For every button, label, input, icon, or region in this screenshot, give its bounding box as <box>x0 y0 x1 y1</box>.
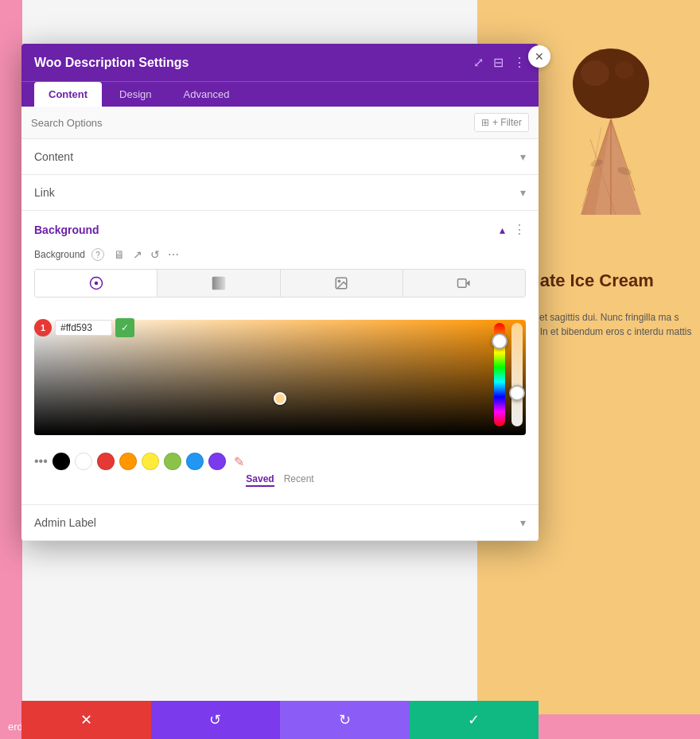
hex-color-input[interactable] <box>55 320 112 336</box>
color-picker: 1 ✓ <box>34 320 526 435</box>
content-section-label: Content <box>34 150 73 163</box>
split-icon[interactable]: ⊟ <box>493 55 504 70</box>
background-chevron-icon: ▴ <box>500 224 505 236</box>
admin-label-section-label: Admin Label <box>34 516 96 529</box>
bg-tab-color[interactable] <box>35 270 158 297</box>
swatch-eraser[interactable]: ✎ <box>231 453 248 470</box>
undo-icon: ↺ <box>209 711 221 729</box>
background-section-label: Background <box>34 224 99 236</box>
link-accordion: Link ▾ <box>21 175 539 211</box>
undo-button[interactable]: ↺ <box>151 701 281 739</box>
confirm-icon: ✓ <box>468 711 480 729</box>
svg-point-2 <box>615 61 634 79</box>
background-label: Background <box>34 249 85 260</box>
background-label-row: Background ? 🖥 ↗ ↺ ⋯ <box>34 248 526 261</box>
swatch-black[interactable] <box>52 453 70 470</box>
redo-icon: ↻ <box>339 711 351 729</box>
modal-header: Woo Description Settings ⤢ ⊟ ⋮ <box>21 44 539 81</box>
search-bar: ⊞ + Filter <box>21 107 539 139</box>
action-bar: ✕ ↺ ↻ ✓ <box>21 701 539 739</box>
product-image <box>549 16 684 247</box>
swatch-orange[interactable] <box>119 453 137 470</box>
bg-desktop-icon[interactable]: 🖥 <box>114 248 125 261</box>
svg-point-1 <box>581 60 609 86</box>
background-help-icon[interactable]: ? <box>91 248 104 261</box>
filter-label: + Filter <box>492 117 522 128</box>
tab-advanced[interactable]: Advanced <box>169 82 244 107</box>
background-accordion-header[interactable]: Background ▴ ⋮ <box>21 211 539 248</box>
swatch-red[interactable] <box>97 453 115 470</box>
link-section-label: Link <box>34 186 55 199</box>
more-options-icon[interactable]: ⋮ <box>513 55 526 70</box>
background-accordion: Background ▴ ⋮ Background ? 🖥 ↗ ↺ ⋯ <box>21 211 539 505</box>
bg-tab-gradient[interactable] <box>158 270 280 297</box>
background-header-right: ▴ ⋮ <box>500 222 526 237</box>
pink-side-bar <box>0 0 22 739</box>
bg-reset-icon[interactable]: ↺ <box>150 248 160 261</box>
svg-rect-14 <box>212 277 226 290</box>
background-type-icons: 🖥 ↗ ↺ ⋯ <box>114 248 179 261</box>
content-accordion: Content ▾ <box>21 139 539 175</box>
hue-slider[interactable] <box>494 323 505 426</box>
modal-title: Woo Description Settings <box>34 56 189 70</box>
tab-design[interactable]: Design <box>105 82 165 107</box>
svg-point-0 <box>573 49 649 119</box>
color-number-badge: 1 <box>34 319 52 336</box>
modal-header-actions: ⤢ ⊟ ⋮ <box>473 55 526 70</box>
background-section-content: Background ? 🖥 ↗ ↺ ⋯ <box>21 248 539 504</box>
confirm-button[interactable]: ✓ <box>410 701 539 739</box>
svg-rect-17 <box>458 279 467 288</box>
swatch-yellow[interactable] <box>142 453 159 470</box>
opacity-slider[interactable] <box>511 323 523 426</box>
modal-external-close-button[interactable]: ✕ <box>528 45 550 68</box>
cancel-button[interactable]: ✕ <box>21 701 151 739</box>
settings-modal: Woo Description Settings ⤢ ⊟ ⋮ Content D… <box>21 44 539 541</box>
color-swatches-row: ••• ✎ <box>34 445 526 473</box>
bg-tab-image[interactable] <box>281 270 403 297</box>
swatches-more-button[interactable]: ••• <box>34 454 48 469</box>
content-accordion-header[interactable]: Content ▾ <box>21 139 539 174</box>
tab-content[interactable]: Content <box>34 82 102 107</box>
cancel-icon: ✕ <box>80 711 92 729</box>
background-dots-icon[interactable]: ⋮ <box>513 222 526 237</box>
bg-tab-video[interactable] <box>403 270 525 297</box>
link-chevron-icon: ▾ <box>520 186 526 199</box>
background-type-tabs <box>34 269 526 298</box>
swatch-white[interactable] <box>75 453 92 470</box>
admin-label-accordion: Admin Label ▾ <box>21 505 539 541</box>
modal-tabs: Content Design Advanced <box>21 81 539 107</box>
filter-icon: ⊞ <box>481 117 489 128</box>
fullscreen-icon[interactable]: ⤢ <box>473 55 484 70</box>
svg-point-13 <box>94 282 98 286</box>
recent-tab[interactable]: Recent <box>284 473 314 487</box>
saved-recent-tabs: Saved Recent <box>34 473 526 492</box>
redo-button[interactable]: ↻ <box>280 701 410 739</box>
swatch-green[interactable] <box>164 453 181 470</box>
hex-input-row: 1 ✓ <box>34 318 134 337</box>
admin-label-chevron-icon: ▾ <box>520 516 526 529</box>
link-accordion-header[interactable]: Link ▾ <box>21 175 539 210</box>
svg-point-16 <box>338 280 340 282</box>
search-input[interactable] <box>31 117 474 129</box>
filter-button[interactable]: ⊞ + Filter <box>474 113 529 132</box>
close-icon: ✕ <box>535 50 544 63</box>
bg-more-icon[interactable]: ⋯ <box>168 248 179 261</box>
bg-arrow-icon[interactable]: ↗ <box>133 248 142 261</box>
content-chevron-icon: ▾ <box>520 150 526 163</box>
swatch-purple[interactable] <box>208 453 226 470</box>
swatch-blue[interactable] <box>186 453 204 470</box>
hex-confirm-button[interactable]: ✓ <box>115 318 134 337</box>
saved-tab[interactable]: Saved <box>246 473 274 487</box>
admin-label-accordion-header[interactable]: Admin Label ▾ <box>21 505 539 540</box>
